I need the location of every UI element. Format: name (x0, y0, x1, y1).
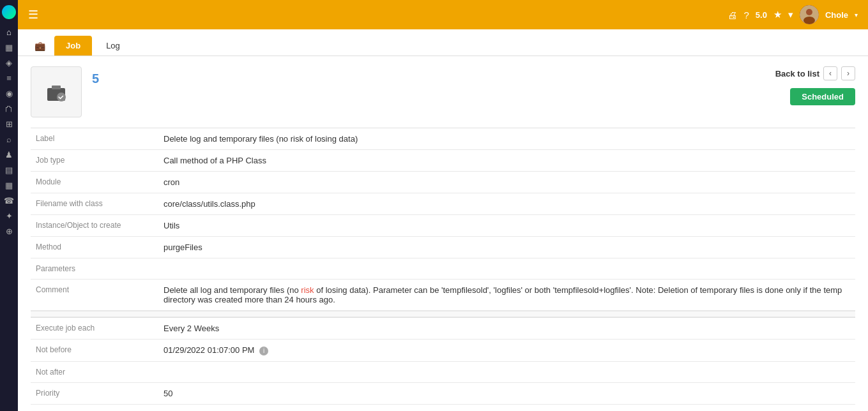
detail-area: 5 Back to list ‹ › Scheduled Label Delet… (18, 56, 868, 411)
field-value-method: purgeFiles (158, 237, 855, 258)
table-row: Parameters (31, 258, 855, 280)
tab-job[interactable]: Job (54, 36, 92, 56)
field-value-max-launches (158, 405, 855, 412)
home-icon[interactable]: ⌂ (3, 26, 15, 38)
table-row: Instance/Object to create Utils (31, 215, 855, 237)
topbar-right: 🖨 ? 5.0 ★ ▾ Chole ▾ (727, 5, 858, 24)
section-spacer (31, 311, 855, 317)
field-label-max-launches: Maximum number of launches (31, 405, 158, 412)
table-row: Method purgeFiles (31, 237, 855, 258)
table-row: Priority 50 (31, 383, 855, 405)
field-value-label: Delete log and temporary files (no risk … (158, 128, 855, 150)
prev-arrow[interactable]: ‹ (823, 66, 837, 80)
avatar (800, 5, 819, 24)
globe-icon[interactable]: ⊕ (3, 225, 15, 237)
field-label-instance: Instance/Object to create (31, 215, 158, 237)
field-value-not-before: 01/29/2022 01:07:00 PM i (158, 340, 855, 362)
topbar-left: ☰ (28, 8, 38, 22)
topbar: ☰ 🖨 ? 5.0 ★ ▾ Chole ▾ (18, 0, 868, 29)
field-label-parameters: Parameters (31, 258, 158, 280)
grid-icon[interactable]: ▦ (3, 41, 15, 54)
print-icon[interactable]: 🖨 (727, 10, 737, 20)
user-dropdown-icon[interactable]: ▾ (855, 11, 858, 19)
svg-point-1 (806, 9, 812, 15)
next-arrow[interactable]: › (841, 66, 855, 80)
layers-icon[interactable]: ≡ (3, 71, 15, 84)
back-to-list-link[interactable]: Back to list (775, 69, 819, 78)
version-label: 5.0 (756, 10, 767, 20)
field-label-priority: Priority (31, 383, 158, 405)
field-value-execute: Every 2 Weeks (158, 318, 855, 340)
star-dropdown-icon[interactable]: ▾ (788, 9, 793, 20)
field-value-not-after (158, 362, 855, 383)
tab-log[interactable]: Log (95, 36, 132, 56)
field-value-parameters (158, 258, 855, 280)
table-row: Comment Delete all log and temporary fil… (31, 280, 855, 311)
content-wrapper: ☰ 🖨 ? 5.0 ★ ▾ Chole ▾ 💼 Job Log (18, 0, 868, 411)
main-content: 💼 Job Log 5 Back to lis (18, 29, 868, 411)
table-row: Job type Call method of a PHP Class (31, 150, 855, 172)
help-icon[interactable]: ? (743, 10, 749, 20)
table-row: Not after (31, 362, 855, 383)
cube-icon[interactable]: ◈ (3, 56, 15, 69)
field-value-instance: Utils (158, 215, 855, 237)
table-row: Execute job each Every 2 Weeks (31, 318, 855, 340)
field-label-jobtype: Job type (31, 150, 158, 172)
field-label-label: Label (31, 128, 158, 150)
schedule-fields-table: Execute job each Every 2 Weeks Not befor… (31, 317, 855, 411)
field-value-jobtype: Call method of a PHP Class (158, 150, 855, 172)
fields-table: Label Delete log and temporary files (no… (31, 128, 855, 311)
info-icon[interactable]: i (259, 347, 268, 355)
field-label-module: Module (31, 172, 158, 193)
field-value-comment: Delete all log and temporary files (no r… (158, 280, 855, 311)
tag-icon[interactable]: ◉ (3, 87, 15, 100)
job-icon-box (31, 66, 82, 117)
user-name[interactable]: Chole (825, 10, 848, 20)
table-row: Module cron (31, 172, 855, 193)
field-label-not-before: Not before (31, 340, 158, 362)
field-label-comment: Comment (31, 280, 158, 311)
field-label-filename: Filename with class (31, 193, 158, 215)
tabs-bar: 💼 Job Log (18, 29, 868, 56)
field-value-module: cron (158, 172, 855, 193)
job-id: 5 (92, 71, 99, 86)
hamburger-menu[interactable]: ☰ (28, 8, 38, 22)
folder-icon[interactable]: ▤ (3, 163, 15, 176)
table-row: Label Delete log and temporary files (no… (31, 128, 855, 150)
wrench-icon[interactable]: ✦ (3, 209, 15, 222)
bank-icon[interactable]: ⛫ (3, 102, 15, 115)
tab-module-icon[interactable]: 💼 (28, 37, 52, 55)
app-logo (2, 5, 16, 19)
svg-point-2 (803, 17, 815, 24)
table-row: Filename with class core/class/utils.cla… (31, 193, 855, 215)
phone-icon[interactable]: ☎ (3, 194, 15, 207)
field-label-method: Method (31, 237, 158, 258)
status-badge: Scheduled (790, 88, 855, 105)
stack-icon[interactable]: ⊞ (3, 117, 15, 130)
back-to-list-area: Back to list ‹ › (775, 66, 855, 80)
table-row: Maximum number of launches (31, 405, 855, 412)
field-value-filename: core/class/utils.class.php (158, 193, 855, 215)
job-header-right: Back to list ‹ › Scheduled (775, 66, 855, 105)
field-value-priority: 50 (158, 383, 855, 405)
search-icon[interactable]: ⌕ (3, 133, 15, 146)
job-header: 5 Back to list ‹ › Scheduled (31, 66, 855, 117)
field-label-execute: Execute job each (31, 318, 158, 340)
table-row: Not before 01/29/2022 01:07:00 PM i (31, 340, 855, 362)
calendar-icon[interactable]: ▦ (3, 179, 15, 191)
svg-rect-4 (52, 86, 61, 89)
star-icon[interactable]: ★ (773, 9, 782, 20)
field-label-not-after: Not after (31, 362, 158, 383)
sidebar-narrow: ⌂ ▦ ◈ ≡ ◉ ⛫ ⊞ ⌕ ♟ ▤ ▦ ☎ ✦ ⊕ (0, 0, 18, 411)
user-icon[interactable]: ♟ (3, 148, 15, 161)
